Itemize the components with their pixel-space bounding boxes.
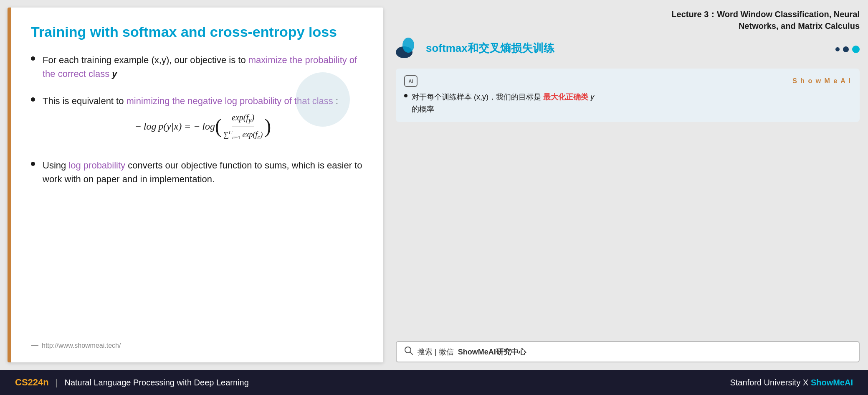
bullet-item-3: Using log probability converts our objec… xyxy=(31,158,363,186)
topic-icon xyxy=(396,38,421,59)
translation-card: AI S h o w M e A I 对于每个训练样本 (x,y)，我们的目标是… xyxy=(396,69,860,122)
card-highlight: 最大化正确类 xyxy=(543,93,588,101)
search-bar[interactable]: 搜索 | 微信 ShowMeAI研究中心 xyxy=(396,341,860,362)
card-text-after: 的概率 xyxy=(412,105,434,113)
lecture-header: Lecture 3：Word Window Classification, Ne… xyxy=(396,4,860,38)
svg-point-1 xyxy=(402,38,414,53)
bullet3-highlight: log probability xyxy=(68,160,125,171)
slide-panel: Training with softmax and cross-entropy … xyxy=(8,8,383,362)
spacer xyxy=(396,122,860,341)
bullet-dot-3 xyxy=(31,162,35,166)
affiliation: Stanford University X ShowMeAI xyxy=(730,378,853,387)
right-panel: Lecture 3：Word Window Classification, Ne… xyxy=(392,0,868,370)
stanford-text: Stanford University xyxy=(730,378,800,387)
card-text-before: 对于每个训练样本 (x,y)，我们的目标是 xyxy=(412,93,541,101)
bullet-dot-2 xyxy=(31,97,35,102)
circle-decoration xyxy=(296,72,350,127)
bottom-bar: CS224n | Natural Language Processing wit… xyxy=(0,370,868,395)
search-text: 搜索 | 微信 xyxy=(418,347,454,357)
svg-line-3 xyxy=(410,352,413,355)
slide-url: ⸻ http://www.showmeai.tech/ xyxy=(31,341,363,350)
bullet-text-3: Using log probability converts our objec… xyxy=(43,158,363,186)
topic-header: softmax和交叉熵损失训练 xyxy=(396,38,554,59)
course-code: CS224n xyxy=(15,377,49,388)
ai-badge-text: AI xyxy=(409,79,413,84)
card-bullet: 对于每个训练样本 (x,y)，我们的目标是 最大化正确类 y 的概率 xyxy=(404,91,851,115)
dot-1 xyxy=(835,47,840,51)
ai-badge: AI xyxy=(404,75,418,87)
dots-decoration xyxy=(835,46,860,53)
card-italic-y: y xyxy=(590,93,594,101)
x-symbol: X xyxy=(803,378,811,387)
divider: | xyxy=(56,377,58,388)
showmeai-brand: ShowMeAI xyxy=(811,378,853,387)
card-header: AI S h o w M e A I xyxy=(404,75,851,87)
cursor-icon: ⸻ xyxy=(31,341,38,350)
formula-paren-close: ) xyxy=(264,116,271,136)
search-brand: ShowMeAI研究中心 xyxy=(458,347,526,357)
formula-denominator: ∑Cc=1 exp(fc) xyxy=(223,127,263,142)
showmeai-label: S h o w M e A I xyxy=(792,77,851,85)
dot-2 xyxy=(843,46,849,52)
bullet1-text-before: For each training example (x,y), our obj… xyxy=(43,55,248,65)
bullet-dot-1 xyxy=(31,56,35,61)
dot-3 xyxy=(852,46,860,53)
lecture-title-line1: Lecture 3：Word Window Classification, Ne… xyxy=(396,8,860,20)
card-bullet-text: 对于每个训练样本 (x,y)，我们的目标是 最大化正确类 y 的概率 xyxy=(412,91,594,115)
bullet2-text-before: This is equivalent to xyxy=(43,96,127,106)
formula-paren-open: ( xyxy=(215,116,222,136)
formula-lhs: − log p(y|x) = − log xyxy=(135,119,215,134)
url-text: http://www.showmeai.tech/ xyxy=(42,342,121,349)
topic-title: softmax和交叉熵损失训练 xyxy=(426,41,554,56)
bullet3-text-before: Using xyxy=(43,160,68,171)
lecture-title-line2: Networks, and Matrix Calculus xyxy=(396,20,860,32)
course-info: CS224n | Natural Language Processing wit… xyxy=(15,377,249,388)
course-name: Natural Language Processing with Deep Le… xyxy=(64,378,248,387)
formula-numerator: exp(fy) xyxy=(232,111,254,127)
formula-fraction: exp(fy) ∑Cc=1 exp(fc) xyxy=(223,111,263,142)
bullet1-y: y xyxy=(112,69,117,79)
slide-title: Training with softmax and cross-entropy … xyxy=(31,23,363,41)
search-icon xyxy=(404,346,413,357)
card-bullet-dot xyxy=(404,94,407,97)
